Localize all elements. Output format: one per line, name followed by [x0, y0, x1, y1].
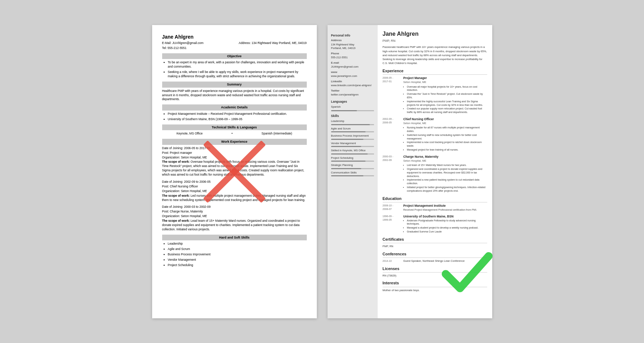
- right-edu-2: 1996-09 - 1999-05 University of Southern…: [383, 215, 487, 234]
- languages-title: Languages: [331, 100, 374, 104]
- certificates-title: Certificates: [383, 237, 487, 243]
- interests-title: Interests: [383, 280, 487, 287]
- left-name: Jane Ahlgren: [162, 34, 307, 41]
- sidebar-email: JUAhlgren@gmail.com: [331, 65, 374, 69]
- skill-vendor: Vendor Management: [331, 142, 374, 147]
- edu-detail: Received Project Management Professional…: [403, 208, 477, 212]
- address-label: Address: [331, 39, 374, 43]
- left-hardskills-list: Leadership Agile and Scrum Business Proc…: [162, 242, 307, 267]
- left-address: Address: 134 Rightward Way Portland, ME,…: [239, 41, 307, 45]
- conf-text: Guest Speaker, Northeast Shingo Lean Con…: [403, 259, 465, 263]
- bullet-item: Managed a student project to develop a w…: [407, 226, 487, 230]
- skill-bar-bg: [331, 153, 374, 155]
- sidebar-linkedin: www.linkedin.com/in/jane-ahlgren/: [331, 84, 374, 88]
- list-item: Project Scheduling: [168, 263, 307, 268]
- bullet-item: Oversaw all major hospital projects for …: [407, 85, 487, 92]
- list-item: Vendor Management: [168, 258, 307, 262]
- skill-strategic: Strategic Planning: [331, 163, 374, 169]
- list-item: Business Process Improvement: [168, 253, 307, 257]
- list-item: University of Southern Maine, BSN (1996-…: [168, 117, 307, 122]
- job-post: Post: Chief Nursing Officer: [162, 185, 307, 189]
- conf-date: 2014-10: [383, 259, 401, 263]
- job-title: Charge Nurse, Maternity: [403, 155, 487, 159]
- skill-communication: Communication Skills: [331, 171, 374, 177]
- skill-bar-bg: [331, 139, 374, 140]
- job-body: Project Manager Seton Hospital, ME Overs…: [403, 76, 487, 114]
- edu-school: Project Management Institute: [403, 204, 477, 208]
- left-job-3: Date of Joining: 2000-03 to 2002-09 Post…: [162, 205, 307, 231]
- right-resume: Personal Info Address 134 Rightward WayP…: [328, 25, 492, 318]
- left-skills-right: Spanish (intermediate): [262, 132, 292, 136]
- skill-name: Vendor Management: [331, 142, 374, 146]
- job-scope: The scope of work: Led nurses with multi…: [162, 194, 307, 202]
- skill-leadership: Leadership: [331, 119, 374, 125]
- skill-name: Strategic Planning: [331, 163, 374, 167]
- job-org: Seton Hospital, ME: [403, 159, 487, 163]
- language-bar: [331, 110, 374, 111]
- list-item: Seeking a role, where I will be able to …: [168, 70, 307, 79]
- linkedin-label: LinkedIn: [331, 80, 374, 84]
- job-date: Date of Joining: 2006-05 to 2017-01: [162, 146, 307, 151]
- left-tel: Tel: 555-212-5551: [162, 46, 307, 50]
- bullet-separator: •: [232, 132, 233, 136]
- list-item: Project Management Institute – Received …: [168, 112, 307, 116]
- left-hardskills-header: Hard and Soft Skills: [162, 235, 307, 241]
- right-job-2: 2002-09 - 2006-05 Chief Nursing Officer …: [383, 117, 487, 152]
- skill-name: Agile and Scrum: [331, 127, 374, 131]
- conferences-title: Conferences: [383, 251, 487, 258]
- left-academic-header: Academic Details: [162, 104, 307, 111]
- list-item: To be an expert in my area of work, with…: [168, 60, 307, 69]
- skill-name: Project Scheduling: [331, 156, 374, 160]
- job-dates: 2000-03 - 2002-09: [383, 155, 401, 193]
- skill-name: Skilled in Keynote, MS Office: [331, 149, 374, 153]
- edu-dates: 2008-10 - 2008-07: [383, 204, 401, 212]
- skill-keynote: Skilled in Keynote, MS Office: [331, 149, 374, 155]
- job-body: Chief Nursing Officer Seton Hospital, ME…: [403, 117, 487, 152]
- sidebar-twitter: twitter.com/janeahlgren: [331, 93, 374, 97]
- skill-name: Business Process Improvement: [331, 134, 374, 138]
- skill-bar-bg: [331, 146, 374, 147]
- skill-bar-fill: [331, 168, 361, 169]
- conference-entry: 2014-10 Guest Speaker, Northeast Shingo …: [383, 259, 487, 263]
- list-item: Agile and Scrum: [168, 247, 307, 251]
- skill-bar-bg: [331, 168, 374, 169]
- left-job-2: Date of Joining: 2002-09 to 2006-05 Post…: [162, 180, 307, 202]
- skill-bar-fill: [331, 146, 361, 147]
- bullet-item: Oversaw the "Just in Time Restock" proje…: [407, 92, 487, 99]
- left-contact-row: E-Mail: JUAhlgren@gmail.com Address: 134…: [162, 41, 307, 45]
- bullet-item: Implemented the highly successful Lean T…: [407, 100, 487, 107]
- right-name: Jane Ahlgren: [383, 30, 487, 38]
- right-main: Jane Ahlgren PMP, RN Passionate healthca…: [378, 25, 492, 318]
- skill-bar-bg: [331, 175, 374, 176]
- job-bullets: Oversaw all major hospital projects for …: [403, 85, 487, 114]
- www-label: www: [331, 70, 374, 74]
- bullet-item: Nursing leader for all 87 nurses with mu…: [407, 126, 487, 133]
- job-bullets: Led team of 15+ Maternity Ward nurses fo…: [403, 163, 487, 192]
- edu-dates: 1996-09 - 1999-05: [383, 215, 401, 234]
- skill-bar-bg: [331, 161, 374, 162]
- right-edu-1: 2008-10 - 2008-07 Project Management Ins…: [383, 204, 487, 212]
- job-scope: The scope of work: Lead team of 15+ Mate…: [162, 219, 307, 232]
- skill-scheduling: Project Scheduling: [331, 156, 374, 162]
- skill-bar-fill: [331, 139, 363, 140]
- experience-title: Experience: [383, 68, 487, 75]
- job-title: Project Manager: [403, 76, 487, 80]
- bullet-item: Initiated project for better gloving/gow…: [407, 186, 487, 193]
- job-date: Date of Joining: 2000-03 to 2002-09: [162, 205, 307, 209]
- list-item: Leadership: [168, 242, 307, 246]
- sidebar-www: www.janeahlgren.com: [331, 74, 374, 78]
- left-work-header: Work Experience: [162, 139, 307, 145]
- skill-name: Leadership: [331, 119, 374, 123]
- page-container: Jane Ahlgren E-Mail: JUAhlgren@gmail.com…: [145, 18, 499, 325]
- job-org: Organization: Seton Hospital, ME: [162, 214, 307, 219]
- bullet-item: Implemented a new cost tracking project …: [407, 141, 487, 148]
- skill-bar-bg: [331, 124, 374, 125]
- job-scope: The scope of work: Oversaw hospital proj…: [162, 160, 307, 177]
- sidebar-phone: 555-212-5551: [331, 56, 374, 60]
- left-job-1: Date of Joining: 2006-05 to 2017-01 Post…: [162, 146, 307, 177]
- left-resume: Jane Ahlgren E-Mail: JUAhlgren@gmail.com…: [152, 25, 317, 318]
- job-post: Post: Charge Nurse, Maternity: [162, 210, 307, 214]
- job-dates: 2002-09 - 2006-05: [383, 117, 401, 152]
- left-skills-header: Technical Skills & Languages: [162, 124, 307, 131]
- twitter-label: Twitter: [331, 89, 374, 93]
